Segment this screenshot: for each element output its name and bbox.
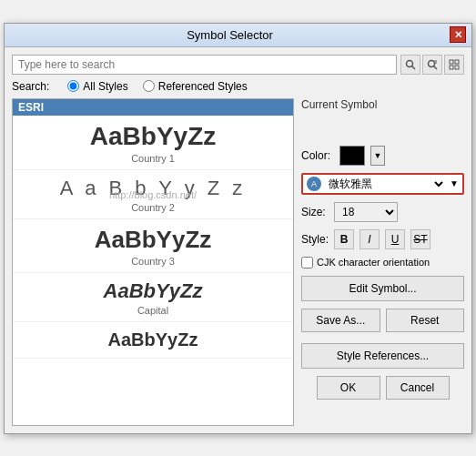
size-select[interactable]: 18 [334,202,398,222]
magnify-icon [405,59,416,70]
list-item[interactable]: AaBbYyZz Capital [13,273,293,322]
current-symbol-label: Current Symbol [301,98,464,111]
style-references-button[interactable]: Style References... [301,343,464,369]
list-item[interactable]: AaBbYyZz [13,322,293,359]
chevron-down-icon: ▼ [450,178,459,188]
symbol-label: Country 2 [131,202,175,213]
color-swatch[interactable] [339,146,365,166]
symbol-preview: AaBbYyZz [108,329,198,350]
svg-line-3 [434,66,438,69]
svg-rect-7 [455,60,459,64]
grid-view-button[interactable] [444,55,464,75]
svg-point-2 [429,60,435,66]
reset-button[interactable]: Reset [386,309,465,332]
referenced-styles-radio[interactable]: Referenced Styles [143,80,248,93]
style-row: Style: B I U ST [301,229,464,249]
symbol-preview: AaBbYyZz [104,280,203,302]
save-as-button[interactable]: Save As... [301,309,380,332]
search-options-icon [427,59,438,70]
window-content: Search: All Styles Referenced Styles ESR… [5,47,471,433]
font-select-row[interactable]: A 微软雅黑 ▼ [301,173,464,195]
svg-rect-8 [450,66,453,69]
main-area: ESRI AaBbYyZz Country 1 A a B b Y y Z z … [12,98,464,426]
italic-button[interactable]: I [360,229,380,249]
cjk-row: CJK character orientation [301,257,464,269]
search-icons [400,55,464,75]
list-item[interactable]: AaBbYyZz Country 1 [13,116,293,171]
window-title: Symbol Selector [10,28,450,42]
search-input[interactable] [12,55,397,75]
search-options-button[interactable] [422,55,442,75]
style-label: Style: [301,233,329,246]
size-label: Size: [301,206,329,218]
svg-point-0 [407,60,413,66]
list-item[interactable]: AaBbYyZz Country 3 [13,219,293,273]
size-row: Size: 18 [301,202,464,222]
all-styles-radio[interactable]: All Styles [67,80,127,93]
ok-cancel-row: OK Cancel [301,376,464,400]
all-styles-radio-input[interactable] [67,80,79,92]
cancel-button[interactable]: Cancel [386,376,450,400]
symbol-label: Country 1 [131,153,175,164]
bold-button[interactable]: B [334,229,354,249]
color-label: Color: [301,149,334,162]
symbol-preview: A a B b Y y Z z [60,177,247,199]
search-bar [12,55,464,75]
referenced-styles-radio-input[interactable] [143,80,155,92]
save-reset-row: Save As... Reset [301,309,464,332]
strikethrough-button[interactable]: ST [410,229,430,249]
referenced-styles-label: Referenced Styles [158,80,248,93]
svg-line-1 [412,66,416,69]
color-row: Color: ▼ [301,146,464,166]
cjk-label[interactable]: CJK character orientation [301,257,430,269]
font-icon: A [307,177,321,191]
esri-header: ESRI [13,99,293,116]
color-dropdown-button[interactable]: ▼ [370,146,385,166]
title-bar: Symbol Selector ✕ [5,24,471,47]
radio-row: Search: All Styles Referenced Styles [12,80,464,93]
cjk-label-text: CJK character orientation [317,257,430,268]
cjk-checkbox[interactable] [301,257,313,269]
underline-button[interactable]: U [385,229,405,249]
ok-button[interactable]: OK [317,376,380,400]
svg-rect-6 [450,60,453,64]
svg-rect-9 [455,66,459,69]
list-item[interactable]: A a B b Y y Z z Country 2 http://blog.cs… [13,170,293,219]
symbol-list[interactable]: ESRI AaBbYyZz Country 1 A a B b Y y Z z … [12,98,294,426]
font-select[interactable]: 微软雅黑 [325,177,446,191]
symbol-label: Capital [137,305,168,316]
symbol-preview: AaBbYyZz [90,123,216,151]
grid-icon [449,59,460,70]
close-button[interactable]: ✕ [450,26,466,43]
search-button[interactable] [400,55,420,75]
all-styles-label: All Styles [83,80,127,93]
right-panel: Current Symbol Color: ▼ A 微软雅黑 ▼ [301,98,464,426]
symbol-preview: AaBbYyZz [95,227,212,253]
symbol-selector-window: Symbol Selector ✕ [4,23,472,434]
edit-symbol-button[interactable]: Edit Symbol... [301,276,464,301]
symbol-label: Country 3 [131,256,175,267]
search-label: Search: [12,80,49,93]
